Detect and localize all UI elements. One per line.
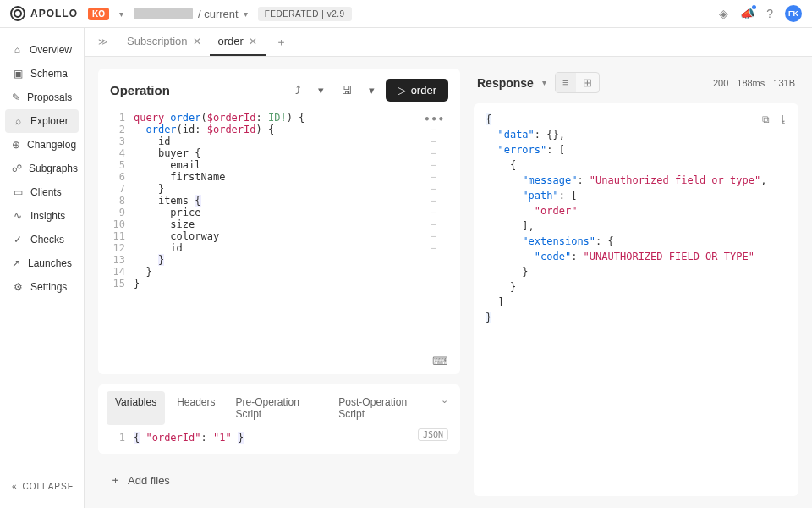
overview-icon: ⌂ [12,44,23,56]
apps-icon[interactable]: ◈ [719,7,728,20]
sidebar-item-label: Explorer [30,115,69,127]
response-line: } [486,264,787,279]
code-line[interactable]: } [134,183,431,195]
prettify-icon[interactable]: ⌨ [432,355,460,374]
fold-icon[interactable]: − [431,159,448,171]
tab-label: Subscription [127,35,188,47]
sidebar-item-explorer[interactable]: ⌕Explorer [5,109,79,133]
save-icon[interactable]: 🖫 [335,80,358,101]
sidebar-item-overview[interactable]: ⌂Overview [5,38,79,62]
tab-order[interactable]: order✕ [210,28,266,56]
schema-icon: ▣ [12,68,24,80]
fold-icon[interactable]: − [431,242,448,254]
code-line[interactable]: } [134,266,448,278]
code-line[interactable]: } [134,278,448,290]
breadcrumb[interactable]: / current ▾ [134,8,248,20]
response-line: "path": [ [486,188,787,203]
code-line[interactable]: size [134,218,431,230]
collapse-sidebar-button[interactable]: « COLLAPSE [5,475,79,498]
operation-editor[interactable]: ••• 1query order($orderId: ID!) {2 order… [98,112,460,355]
code-line[interactable]: colorway [134,230,431,242]
variables-content[interactable]: { "orderId": "1" } [134,432,418,444]
org-chevron-icon[interactable]: ▾ [119,9,123,19]
fold-icon[interactable]: − [431,135,448,147]
vars-tab-headers[interactable]: Headers [168,391,223,425]
line-number: 1 [110,432,134,444]
code-line[interactable]: price [134,207,431,218]
code-line[interactable]: buyer { [134,147,431,159]
code-line[interactable]: firstName [134,171,431,183]
fold-icon[interactable]: − [431,171,448,183]
tabs-drag-icon[interactable]: ≫ [98,36,108,47]
sidebar-item-label: Schema [30,68,68,80]
sidebar-item-changelog[interactable]: ⊕Changelog [5,133,79,157]
response-body[interactable]: ⧉ ⭳ { "data": {}, "errors": [ { "message… [474,103,798,496]
vars-tab-variables[interactable]: Variables [107,391,165,425]
response-line: ], [486,218,787,234]
add-tab-button[interactable]: ＋ [269,31,294,53]
run-button[interactable]: ▷ order [386,79,448,102]
share-icon[interactable]: ⤴ [289,80,307,101]
response-line: { [486,112,787,127]
sidebar-item-label: Checks [30,234,64,246]
response-title: Response [477,76,534,90]
line-number: 2 [110,124,134,135]
response-chevron-icon[interactable]: ▾ [542,78,546,87]
sidebar-item-launches[interactable]: ↗Launches [5,251,79,275]
code-line[interactable]: items { [134,195,431,207]
main: ≫ Subscription✕order✕ ＋ Operation ⤴ ▾ 🖫 … [85,28,812,508]
variables-editor[interactable]: JSON 1 { "orderId": "1" } [98,425,460,454]
header-actions: ◈ 📣 ? FK [719,5,802,22]
sidebar-item-subgraphs[interactable]: ☍Subgraphs [5,157,79,180]
code-line[interactable]: } [134,254,448,266]
code-line[interactable]: query order($orderId: ID!) { [134,112,448,124]
response-time: 188ms [737,78,765,88]
json-view-button[interactable]: ≡ [556,73,576,92]
tab-subscription[interactable]: Subscription✕ [118,28,210,56]
chevron-down-icon[interactable]: ▾ [244,9,248,19]
sidebar: ⌂Overview▣Schema✎Proposals⌕Explorer⊕Chan… [0,28,85,508]
response-actions: ⧉ ⭳ [762,112,788,127]
fold-icon[interactable]: − [431,207,448,218]
save-chevron-icon[interactable]: ▾ [363,80,381,101]
sidebar-item-insights[interactable]: ∿Insights [5,204,79,228]
code-line[interactable]: id [134,242,431,254]
variables-card: VariablesHeadersPre-Operation ScriptPost… [98,384,460,454]
help-icon[interactable]: ? [766,7,773,20]
avatar[interactable]: FK [785,5,802,22]
vars-tab-pre-operation-script[interactable]: Pre-Operation Script [228,391,327,425]
fold-icon[interactable]: − [431,124,448,135]
close-icon[interactable]: ✕ [193,36,201,47]
fold-icon[interactable]: − [431,183,448,195]
org-badge[interactable]: KO [88,8,109,20]
more-icon[interactable]: ••• [424,113,445,125]
sidebar-item-proposals[interactable]: ✎Proposals [5,86,79,109]
layout: ⌂Overview▣Schema✎Proposals⌕Explorer⊕Chan… [0,28,812,508]
sidebar-item-checks[interactable]: ✓Checks [5,228,79,251]
code-line[interactable]: id [134,135,431,147]
breadcrumb-variant: / current [198,8,239,20]
download-icon[interactable]: ⭳ [778,112,788,127]
code-line[interactable]: order(id: $orderId) { [134,124,431,135]
sidebar-item-clients[interactable]: ▭Clients [5,180,79,204]
fold-icon[interactable]: − [431,195,448,207]
close-icon[interactable]: ✕ [249,36,257,47]
sidebar-item-settings[interactable]: ⚙Settings [5,275,79,299]
add-files-button[interactable]: ＋ Add files [98,464,460,496]
share-chevron-icon[interactable]: ▾ [312,80,330,101]
settings-icon: ⚙ [12,281,24,293]
sidebar-item-schema[interactable]: ▣Schema [5,62,79,86]
fold-icon[interactable]: − [431,218,448,230]
collapse-vars-icon[interactable]: ⌄ [437,391,452,425]
status-code: 200 [713,78,728,88]
fold-icon[interactable]: − [431,147,448,159]
copy-icon[interactable]: ⧉ [762,112,770,127]
code-line[interactable]: email [134,159,431,171]
vars-tab-post-operation-script[interactable]: Post-Operation Script [330,391,434,425]
table-view-button[interactable]: ⊞ [576,73,599,92]
sidebar-item-label: Settings [30,281,67,293]
app-header: APOLLO KO ▾ / current ▾ FEDERATED | v2.9… [0,0,812,28]
fold-icon[interactable]: − [431,230,448,242]
announcements-icon[interactable]: 📣 [740,7,754,20]
operation-actions: ⤴ ▾ 🖫 ▾ ▷ order [289,79,448,102]
